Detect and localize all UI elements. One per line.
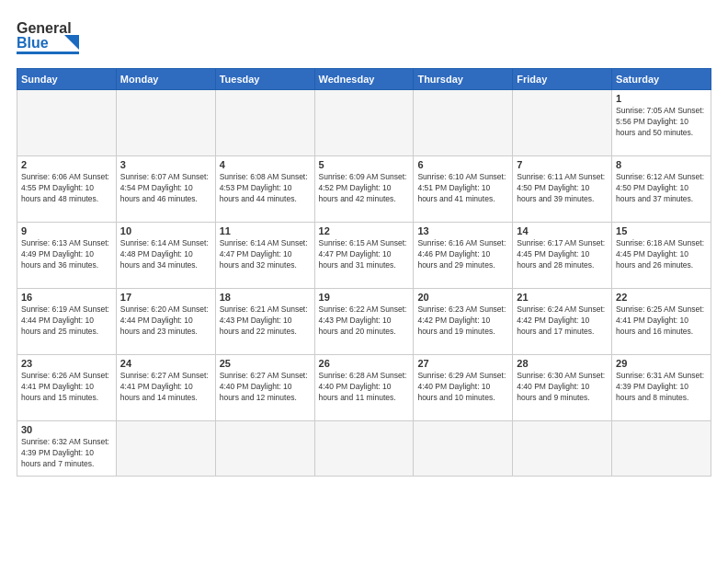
calendar-cell: 9Sunrise: 6:13 AM Sunset: 4:49 PM Daylig… — [17, 223, 117, 289]
weekday-header-row: SundayMondayTuesdayWednesdayThursdayFrid… — [17, 69, 711, 90]
calendar-cell: 26Sunrise: 6:28 AM Sunset: 4:40 PM Dayli… — [314, 355, 414, 421]
calendar-cell — [215, 421, 314, 477]
weekday-header-thursday: Thursday — [414, 69, 513, 90]
day-info: Sunrise: 6:20 AM Sunset: 4:44 PM Dayligh… — [120, 304, 211, 338]
day-number: 29 — [616, 358, 707, 369]
calendar-cell — [513, 90, 612, 156]
day-info: Sunrise: 6:21 AM Sunset: 4:43 PM Dayligh… — [220, 304, 311, 338]
day-info: Sunrise: 6:13 AM Sunset: 4:49 PM Dayligh… — [21, 238, 112, 271]
day-number: 11 — [220, 225, 311, 236]
calendar-cell: 1Sunrise: 7:05 AM Sunset: 5:56 PM Daylig… — [612, 90, 711, 156]
day-info: Sunrise: 7:05 AM Sunset: 5:56 PM Dayligh… — [616, 106, 707, 139]
day-info: Sunrise: 6:12 AM Sunset: 4:50 PM Dayligh… — [616, 172, 707, 205]
day-info: Sunrise: 6:23 AM Sunset: 4:42 PM Dayligh… — [417, 304, 508, 338]
day-number: 27 — [417, 358, 508, 369]
day-info: Sunrise: 6:08 AM Sunset: 4:53 PM Dayligh… — [220, 172, 311, 205]
day-number: 7 — [517, 159, 608, 170]
day-info: Sunrise: 6:14 AM Sunset: 4:48 PM Dayligh… — [120, 238, 211, 271]
day-number: 23 — [21, 358, 112, 369]
day-number: 20 — [417, 292, 508, 303]
week-row-2: 9Sunrise: 6:13 AM Sunset: 4:49 PM Daylig… — [17, 223, 711, 289]
page: General Blue SundayMondayTuesdayWednesda… — [0, 0, 728, 486]
day-info: Sunrise: 6:17 AM Sunset: 4:45 PM Dayligh… — [517, 238, 608, 271]
calendar-cell — [116, 90, 215, 156]
day-number: 12 — [319, 225, 410, 236]
day-number: 8 — [616, 159, 707, 170]
svg-text:General: General — [17, 20, 72, 36]
day-info: Sunrise: 6:22 AM Sunset: 4:43 PM Dayligh… — [319, 304, 410, 338]
calendar-cell: 4Sunrise: 6:08 AM Sunset: 4:53 PM Daylig… — [215, 156, 314, 223]
calendar-cell: 22Sunrise: 6:25 AM Sunset: 4:41 PM Dayli… — [612, 289, 711, 355]
calendar-cell: 23Sunrise: 6:26 AM Sunset: 4:41 PM Dayli… — [17, 355, 117, 421]
calendar-cell: 2Sunrise: 6:06 AM Sunset: 4:55 PM Daylig… — [17, 156, 117, 223]
day-info: Sunrise: 6:18 AM Sunset: 4:45 PM Dayligh… — [616, 238, 707, 271]
calendar-cell — [17, 90, 117, 156]
day-info: Sunrise: 6:10 AM Sunset: 4:51 PM Dayligh… — [417, 172, 508, 205]
day-number: 13 — [417, 225, 508, 236]
week-row-1: 2Sunrise: 6:06 AM Sunset: 4:55 PM Daylig… — [17, 156, 711, 223]
day-info: Sunrise: 6:16 AM Sunset: 4:46 PM Dayligh… — [417, 238, 508, 271]
logo-svg: General Blue — [17, 15, 90, 59]
calendar-cell — [414, 90, 513, 156]
day-number: 22 — [616, 292, 707, 303]
day-info: Sunrise: 6:25 AM Sunset: 4:41 PM Dayligh… — [616, 304, 707, 338]
calendar-cell: 16Sunrise: 6:19 AM Sunset: 4:44 PM Dayli… — [17, 289, 117, 355]
weekday-header-tuesday: Tuesday — [215, 69, 314, 90]
calendar-cell: 21Sunrise: 6:24 AM Sunset: 4:42 PM Dayli… — [513, 289, 612, 355]
day-info: Sunrise: 6:27 AM Sunset: 4:41 PM Dayligh… — [120, 371, 211, 404]
week-row-5: 30Sunrise: 6:32 AM Sunset: 4:39 PM Dayli… — [17, 421, 711, 477]
calendar-cell: 25Sunrise: 6:27 AM Sunset: 4:40 PM Dayli… — [215, 355, 314, 421]
day-info: Sunrise: 6:09 AM Sunset: 4:52 PM Dayligh… — [319, 172, 410, 205]
day-info: Sunrise: 6:06 AM Sunset: 4:55 PM Dayligh… — [21, 172, 112, 205]
day-info: Sunrise: 6:19 AM Sunset: 4:44 PM Dayligh… — [21, 304, 112, 338]
weekday-header-sunday: Sunday — [17, 69, 117, 90]
calendar-cell: 27Sunrise: 6:29 AM Sunset: 4:40 PM Dayli… — [414, 355, 513, 421]
day-number: 4 — [220, 159, 311, 170]
svg-rect-3 — [17, 52, 79, 54]
day-number: 15 — [616, 225, 707, 236]
weekday-header-monday: Monday — [116, 69, 215, 90]
logo-area: General Blue — [17, 15, 90, 59]
day-info: Sunrise: 6:14 AM Sunset: 4:47 PM Dayligh… — [220, 238, 311, 271]
day-number: 2 — [21, 159, 112, 170]
week-row-0: 1Sunrise: 7:05 AM Sunset: 5:56 PM Daylig… — [17, 90, 711, 156]
day-number: 1 — [616, 93, 707, 104]
day-info: Sunrise: 6:31 AM Sunset: 4:39 PM Dayligh… — [616, 371, 707, 404]
svg-text:Blue: Blue — [17, 35, 49, 51]
calendar-cell: 8Sunrise: 6:12 AM Sunset: 4:50 PM Daylig… — [612, 156, 711, 223]
day-number: 9 — [21, 225, 112, 236]
day-number: 24 — [120, 358, 211, 369]
day-number: 21 — [517, 292, 608, 303]
calendar-cell — [314, 421, 414, 477]
calendar-cell: 29Sunrise: 6:31 AM Sunset: 4:39 PM Dayli… — [612, 355, 711, 421]
day-info: Sunrise: 6:24 AM Sunset: 4:42 PM Dayligh… — [517, 304, 608, 338]
day-number: 14 — [517, 225, 608, 236]
day-info: Sunrise: 6:28 AM Sunset: 4:40 PM Dayligh… — [319, 371, 410, 404]
calendar-cell: 30Sunrise: 6:32 AM Sunset: 4:39 PM Dayli… — [17, 421, 117, 477]
calendar-cell: 11Sunrise: 6:14 AM Sunset: 4:47 PM Dayli… — [215, 223, 314, 289]
calendar-cell — [116, 421, 215, 477]
week-row-3: 16Sunrise: 6:19 AM Sunset: 4:44 PM Dayli… — [17, 289, 711, 355]
calendar-cell: 18Sunrise: 6:21 AM Sunset: 4:43 PM Dayli… — [215, 289, 314, 355]
calendar-cell: 28Sunrise: 6:30 AM Sunset: 4:40 PM Dayli… — [513, 355, 612, 421]
day-number: 28 — [517, 358, 608, 369]
day-number: 26 — [319, 358, 410, 369]
day-number: 25 — [220, 358, 311, 369]
calendar-cell: 10Sunrise: 6:14 AM Sunset: 4:48 PM Dayli… — [116, 223, 215, 289]
day-number: 16 — [21, 292, 112, 303]
calendar-cell: 5Sunrise: 6:09 AM Sunset: 4:52 PM Daylig… — [314, 156, 414, 223]
day-info: Sunrise: 6:27 AM Sunset: 4:40 PM Dayligh… — [220, 371, 311, 404]
day-number: 3 — [120, 159, 211, 170]
day-number: 5 — [319, 159, 410, 170]
day-info: Sunrise: 6:26 AM Sunset: 4:41 PM Dayligh… — [21, 371, 112, 404]
day-number: 18 — [220, 292, 311, 303]
weekday-header-wednesday: Wednesday — [314, 69, 414, 90]
calendar-cell: 14Sunrise: 6:17 AM Sunset: 4:45 PM Dayli… — [513, 223, 612, 289]
calendar-cell: 12Sunrise: 6:15 AM Sunset: 4:47 PM Dayli… — [314, 223, 414, 289]
weekday-header-friday: Friday — [513, 69, 612, 90]
calendar-cell: 13Sunrise: 6:16 AM Sunset: 4:46 PM Dayli… — [414, 223, 513, 289]
calendar-cell — [414, 421, 513, 477]
day-number: 17 — [120, 292, 211, 303]
calendar-cell: 24Sunrise: 6:27 AM Sunset: 4:41 PM Dayli… — [116, 355, 215, 421]
svg-marker-2 — [64, 35, 79, 50]
